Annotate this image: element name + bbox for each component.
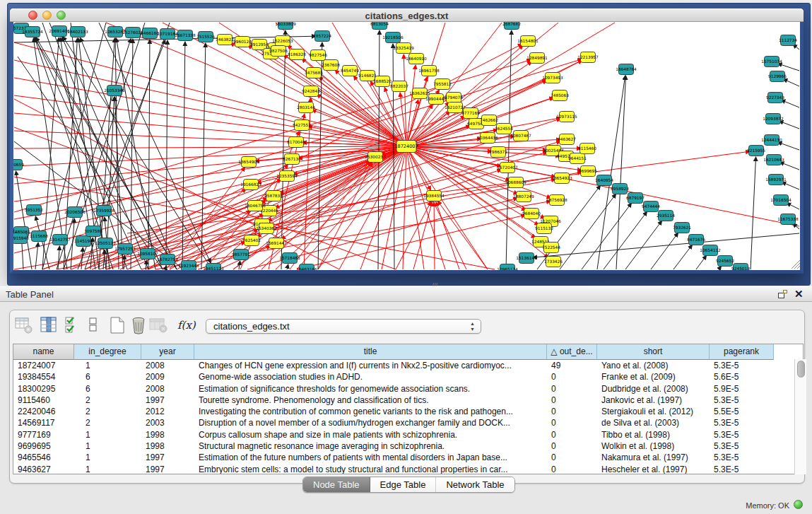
table-cell[interactable]: 1 bbox=[74, 429, 141, 440]
network-view-window[interactable]: citations_edges.txt 15723712143557242069… bbox=[10, 8, 804, 274]
graph-node[interactable]: 15691447 bbox=[266, 238, 287, 249]
table-cell[interactable]: 5.3E-5 bbox=[710, 440, 774, 452]
table-cell[interactable]: 19384554 bbox=[13, 371, 74, 382]
table-row[interactable]: 969969511998Structural magnetic resonanc… bbox=[13, 440, 803, 452]
table-cell[interactable]: 1997 bbox=[141, 464, 194, 474]
graph-node[interactable]: 7986372 bbox=[489, 147, 507, 158]
graph-node[interactable]: 16046756 bbox=[245, 201, 266, 211]
network-canvas[interactable]: 1572371214355724206914061840213310653287… bbox=[10, 22, 804, 274]
graph-node[interactable]: 8822037 bbox=[390, 81, 408, 92]
graph-node[interactable]: 7485063 bbox=[551, 90, 569, 101]
table-cell[interactable]: Changes of HCN gene expression and I(f) … bbox=[194, 360, 547, 371]
graph-node[interactable]: 17359928 bbox=[93, 206, 114, 216]
table-cell[interactable]: 1 bbox=[74, 360, 141, 371]
table-cell[interactable]: Franke et al. (2009) bbox=[597, 371, 710, 382]
tab-edge-table[interactable]: Edge Table bbox=[370, 477, 437, 492]
graph-node[interactable]: 16154801 bbox=[517, 36, 539, 47]
table-cell[interactable]: Investigating the contribution of common… bbox=[194, 406, 547, 417]
table-cell[interactable]: Stergiakouli et al. (2012) bbox=[597, 406, 710, 417]
graph-node[interactable]: 10654112 bbox=[700, 245, 721, 256]
graph-node[interactable]: 9857791 bbox=[232, 250, 250, 260]
table-cell[interactable]: Estimation of significance thresholds fo… bbox=[194, 383, 547, 395]
graph-node[interactable]: 9115132 bbox=[535, 223, 553, 234]
graph-node[interactable]: 2620659 bbox=[13, 160, 24, 170]
table-cell[interactable]: 0 bbox=[547, 406, 597, 417]
table-cell[interactable]: 2008 bbox=[141, 383, 194, 395]
table-cell[interactable]: 2 bbox=[74, 406, 141, 417]
graph-node[interactable]: 18756928 bbox=[546, 195, 567, 206]
graph-node[interactable]: 8215955 bbox=[747, 146, 765, 156]
column-header-year[interactable]: year bbox=[141, 344, 194, 360]
table-cell[interactable]: 9465546 bbox=[13, 452, 74, 463]
table-cell[interactable]: 9699695 bbox=[13, 440, 74, 452]
window-titlebar[interactable]: citations_edges.txt bbox=[10, 8, 804, 22]
graph-node[interactable]: 3915948 bbox=[13, 233, 29, 244]
graph-node[interactable]: 8454749 bbox=[341, 66, 359, 76]
graph-node[interactable]: 3097588 bbox=[84, 226, 102, 237]
graph-node[interactable]: 7522544 bbox=[542, 243, 560, 253]
table-cell[interactable]: Tibbo et al. (1998) bbox=[597, 429, 710, 440]
graph-node[interactable]: 1688520 bbox=[373, 76, 392, 87]
new-document-icon[interactable] bbox=[109, 316, 126, 334]
column-header-pagerank[interactable]: pagerank bbox=[710, 344, 774, 360]
graph-node[interactable]: 1115688 bbox=[30, 231, 48, 242]
graph-node[interactable]: 18724007 bbox=[394, 141, 418, 153]
table-cell[interactable]: 0 bbox=[547, 383, 597, 395]
graph-node[interactable]: 1640954 bbox=[595, 175, 613, 186]
table-cell[interactable]: 2 bbox=[74, 395, 141, 406]
graph-node[interactable]: 16033809 bbox=[275, 22, 296, 30]
graph-node[interactable]: 6879197 bbox=[626, 193, 645, 204]
table-cell[interactable]: 2 bbox=[74, 417, 141, 428]
table-cell[interactable]: Wolkin et al. (1998) bbox=[597, 440, 710, 452]
graph-node[interactable]: 9463627 bbox=[558, 134, 576, 145]
table-cell[interactable]: 5.3E-5 bbox=[710, 417, 774, 428]
table-cell[interactable]: 0 bbox=[547, 452, 597, 463]
table-cell[interactable]: 2009 bbox=[141, 371, 194, 382]
tab-node-table[interactable]: Node Table bbox=[303, 477, 370, 492]
table-scrollbar[interactable] bbox=[794, 359, 806, 474]
table-cell[interactable]: 1997 bbox=[141, 452, 194, 463]
graph-node[interactable]: 1112734 bbox=[779, 35, 797, 46]
table-cell[interactable]: 0 bbox=[547, 440, 597, 452]
table-cell[interactable]: 1 bbox=[74, 440, 141, 452]
table-cell[interactable]: 0 bbox=[547, 429, 597, 440]
graph-node[interactable]: 16463166 bbox=[296, 264, 317, 271]
graph-node[interactable]: 9115460 bbox=[578, 144, 596, 154]
table-cell[interactable]: 6 bbox=[74, 371, 141, 382]
table-row[interactable]: 946554611997Estimation of the future num… bbox=[13, 452, 803, 463]
graph-node[interactable]: 6794078 bbox=[445, 93, 463, 103]
graph-node[interactable]: 9245652 bbox=[716, 256, 734, 267]
delete-table-disabled-icon[interactable] bbox=[149, 316, 167, 334]
graph-node[interactable]: 8186328 bbox=[288, 49, 306, 60]
graph-node[interactable]: 11923448 bbox=[178, 261, 199, 271]
graph-node[interactable]: 9960124 bbox=[233, 37, 252, 47]
table-cell[interactable]: 9777169 bbox=[13, 429, 74, 440]
table-cell[interactable]: Corpus callosum shape and size in male p… bbox=[194, 429, 547, 440]
graph-node[interactable]: 17016504 bbox=[770, 195, 792, 206]
table-cell[interactable]: 5.5E-5 bbox=[710, 406, 774, 417]
graph-node[interactable]: 15751074 bbox=[761, 57, 782, 67]
table-cell[interactable]: Jankovic et al. (1997) bbox=[597, 395, 710, 406]
graph-node[interactable]: 10973493 bbox=[542, 73, 563, 83]
graph-node[interactable]: 12505123 bbox=[95, 238, 116, 249]
table-cell[interactable]: 5.3E-5 bbox=[710, 452, 774, 463]
table-cell[interactable]: 2012 bbox=[141, 406, 194, 417]
column-header-title[interactable]: title bbox=[194, 344, 547, 360]
graph-node[interactable]: 13654905 bbox=[238, 157, 259, 168]
graph-node[interactable]: 12353594 bbox=[276, 171, 298, 182]
column-header-short[interactable]: short bbox=[597, 344, 710, 360]
table-cell[interactable]: Embryonic stem cells: a model to study s… bbox=[194, 464, 547, 474]
graph-node[interactable]: 13142757 bbox=[49, 235, 71, 245]
table-cell[interactable]: Hescheler et al. (1997) bbox=[597, 464, 710, 474]
table-cell[interactable]: 2008 bbox=[141, 360, 194, 371]
graph-node[interactable]: 7932621 bbox=[673, 223, 691, 233]
graph-node[interactable]: 7955812 bbox=[433, 79, 452, 90]
graph-node[interactable]: 9474444 bbox=[642, 201, 660, 212]
graph-node[interactable]: 16640910 bbox=[406, 54, 427, 64]
table-cell[interactable]: 0 bbox=[547, 464, 597, 474]
table-cell[interactable]: 18724007 bbox=[13, 360, 74, 371]
table-cell[interactable]: 1997 bbox=[141, 395, 194, 406]
graph-node[interactable]: 15892971 bbox=[765, 175, 787, 185]
graph-node[interactable]: 12849891 bbox=[526, 53, 548, 64]
graph-node[interactable]: 15136141 bbox=[516, 253, 537, 264]
